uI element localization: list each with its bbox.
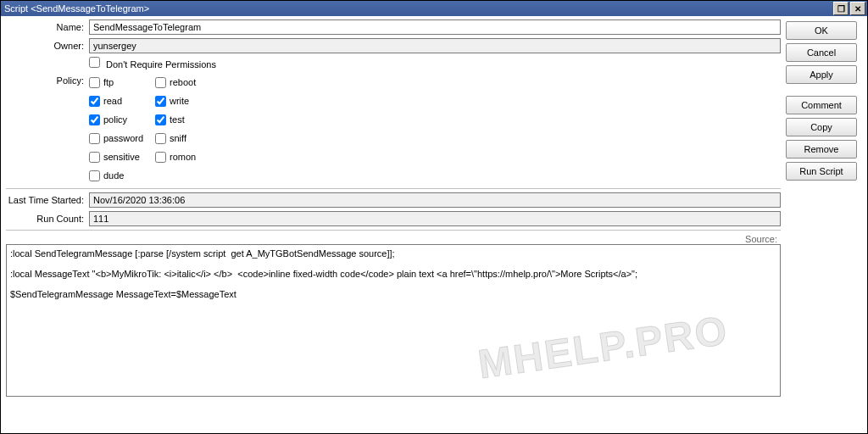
- source-textarea[interactable]: :local SendTelegramMessage [:parse [/sys…: [6, 244, 781, 397]
- policy-sniff[interactable]: sniff: [155, 133, 221, 144]
- run-count-label: Run Count:: [6, 214, 89, 224]
- policy-read[interactable]: read: [89, 96, 155, 107]
- separator: [6, 188, 781, 189]
- policy-reboot[interactable]: reboot: [155, 77, 221, 88]
- policy-sensitive[interactable]: sensitive: [89, 152, 155, 163]
- titlebar: Script <SendMessageToTelegram> ❐ ✕: [1, 1, 867, 16]
- watermark: MHELP.PRO: [475, 307, 731, 388]
- window-close-button[interactable]: ✕: [850, 2, 865, 15]
- comment-button[interactable]: Comment: [786, 96, 857, 114]
- copy-button[interactable]: Copy: [786, 118, 857, 136]
- apply-button[interactable]: Apply: [786, 65, 857, 84]
- source-content: :local SendTelegramMessage [:parse [/sys…: [10, 248, 637, 299]
- run-count-value: [89, 211, 781, 226]
- window-title: Script <SendMessageToTelegram>: [4, 3, 832, 14]
- separator-2: [6, 230, 781, 231]
- dont-require-checkbox[interactable]: Don't Require Permissions: [89, 57, 216, 70]
- policy-password[interactable]: password: [89, 133, 155, 144]
- name-input[interactable]: [89, 19, 781, 35]
- owner-input: [89, 38, 781, 53]
- run-script-button[interactable]: Run Script: [786, 162, 857, 181]
- window-restore-button[interactable]: ❐: [833, 2, 849, 15]
- source-label: Source:: [6, 234, 781, 244]
- last-time-value: [89, 192, 781, 208]
- policy-label: Policy:: [6, 73, 89, 86]
- policy-write[interactable]: write: [155, 96, 221, 107]
- remove-button[interactable]: Remove: [786, 140, 857, 159]
- name-label: Name:: [6, 22, 89, 32]
- policy-romon[interactable]: romon: [155, 152, 221, 163]
- policy-test[interactable]: test: [155, 114, 221, 125]
- cancel-button[interactable]: Cancel: [786, 43, 857, 62]
- policy-policy[interactable]: policy: [89, 114, 155, 125]
- ok-button[interactable]: OK: [786, 21, 857, 40]
- last-time-label: Last Time Started:: [6, 195, 89, 205]
- policy-ftp[interactable]: ftp: [89, 77, 155, 88]
- owner-label: Owner:: [6, 41, 89, 51]
- dont-require-label: Don't Require Permissions: [106, 59, 216, 70]
- dont-require-check[interactable]: [89, 57, 100, 68]
- policy-dude[interactable]: dude: [89, 170, 155, 181]
